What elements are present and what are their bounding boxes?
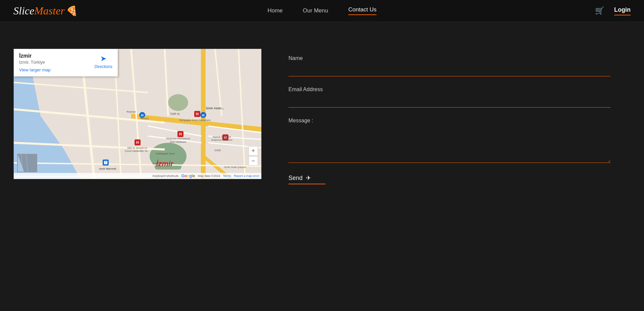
login-button[interactable]: Login [614,6,631,15]
zoom-in-button[interactable]: + [249,146,258,156]
name-label: Name [288,55,610,61]
map-container: M M M H H H H 🅿 [13,49,262,179]
header: SliceMaster 🍕 Home Our Menu Contact Us 🛒… [0,0,644,22]
thumbnail-svg [18,154,37,172]
map-footer: Keyboard shortcuts Google Map data ©2024… [14,173,261,179]
nav-contact-us[interactable]: Contact Us [348,6,376,15]
send-button[interactable]: Send ✈ [288,174,311,182]
zoom-out-button[interactable]: − [249,156,258,166]
email-group: Email Address [288,86,610,108]
send-button-underline [288,184,325,184]
keyboard-shortcuts-text: Keyboard shortcuts [153,174,179,178]
name-group: Name [288,55,610,76]
svg-text:Izmir Marriott: Izmir Marriott [99,167,116,170]
send-label: Send [288,175,303,182]
message-textarea[interactable] [288,127,610,163]
svg-text:🅿: 🅿 [104,161,107,165]
logo: SliceMaster 🍕 [13,5,78,17]
name-input[interactable] [288,65,610,76]
svg-text:D300: D300 [214,149,221,152]
cart-icon[interactable]: 🛒 [595,6,604,15]
svg-text:Çocuk Hastalıkları Ve...: Çocuk Hastalıkları Ve... [125,150,150,152]
message-label: Message : [288,118,610,124]
directions-button[interactable]: ➤ Directions [95,54,112,69]
contact-form: Name Email Address Message : Send ✈ [288,49,631,184]
svg-text:İzmir Atatü...: İzmir Atatü... [206,107,224,110]
svg-text:H: H [196,112,199,116]
svg-text:SBÜ Dr. Bençet Uz: SBÜ Dr. Bençet Uz [127,147,147,149]
svg-text:Araştırma Hastanesi: Araştırma Hastanesi [211,139,232,141]
svg-text:Kültürpark İzmir: Kültürpark İzmir [156,152,175,155]
report-error-link[interactable]: Report a map error [234,174,259,178]
nav-our-menu[interactable]: Our Menu [303,7,328,14]
main-content: M M M H H H H 🅿 [0,22,644,198]
svg-text:İzmir Gıda Çarşısı: İzmir Gıda Çarşısı [224,166,246,169]
map-info-panel: İzmir İzmir, Türkiye View larger map ➤ D… [14,49,118,76]
svg-text:M: M [202,114,205,117]
map-zoom-controls: + − [249,146,258,166]
logo-master: Master [34,5,65,17]
directions-arrow-icon: ➤ [100,54,106,63]
nav-home[interactable]: Home [267,7,282,14]
svg-text:H: H [179,132,182,136]
map-section: M M M H H H H 🅿 [13,49,262,179]
svg-text:Tepecik Eğitim Ve: Tepecik Eğitim Ve [212,136,231,138]
message-group: Message : [288,118,610,164]
svg-text:Reyhan: Reyhan [126,110,136,113]
svg-text:Gaziler Cd: Gaziler Cd [152,163,163,165]
logo-slice: Slice [13,5,34,17]
pizza-icon: 🍕 [66,5,78,16]
email-input[interactable] [288,96,610,108]
svg-text:Dünyagöz İzmir Hastanesi: Dünyagöz İzmir Hastanesi [179,119,211,122]
svg-text:M: M [141,114,144,117]
map-copyright: Map data ©2024 [198,174,220,178]
svg-text:H: H [136,140,139,144]
svg-text:TDR M: TDR M [170,112,180,116]
svg-text:Merkezi: Merkezi [141,117,149,120]
send-section: Send ✈ [288,174,610,184]
directions-label: Directions [95,64,112,69]
main-nav: Home Our Menu Contact Us [267,6,376,15]
svg-text:Medicana International: Medicana International [166,137,190,140]
header-right: 🛒 Login [595,6,631,15]
terms-link[interactable]: Terms [223,174,231,178]
svg-text:İzmir Hastanesi: İzmir Hastanesi [170,140,186,143]
email-label: Email Address [288,86,610,92]
google-logo: Google [181,174,195,178]
logo-text: SliceMaster [13,5,65,17]
map-thumbnail [17,154,37,172]
svg-point-2 [168,94,188,111]
send-icon: ✈ [306,174,311,182]
